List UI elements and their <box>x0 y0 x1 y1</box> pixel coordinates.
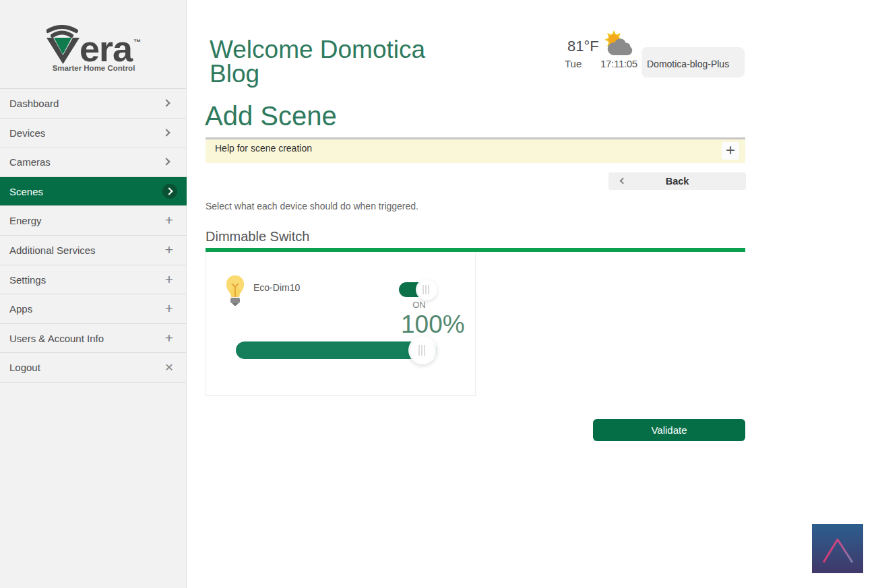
svg-text:Smarter Home Control: Smarter Home Control <box>53 64 135 72</box>
svg-text:™: ™ <box>133 38 141 46</box>
svg-text:era: era <box>80 28 133 69</box>
